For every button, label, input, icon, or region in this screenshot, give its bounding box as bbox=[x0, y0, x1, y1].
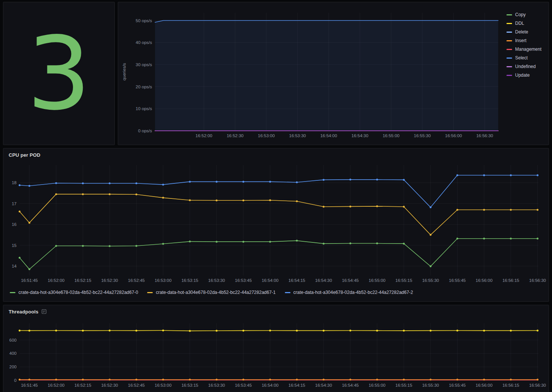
queries-chart[interactable]: 0 ops/s10 ops/s20 ops/s30 ops/s40 ops/s5… bbox=[120, 4, 501, 142]
svg-text:16:54:30: 16:54:30 bbox=[315, 383, 332, 387]
svg-text:16:53:00: 16:53:00 bbox=[258, 133, 275, 138]
svg-text:16:53:00: 16:53:00 bbox=[155, 278, 172, 283]
svg-text:16:55:15: 16:55:15 bbox=[395, 383, 412, 387]
svg-text:16:52:45: 16:52:45 bbox=[128, 383, 145, 387]
svg-text:16:53:45: 16:53:45 bbox=[235, 383, 252, 387]
stat-value: 3 bbox=[27, 23, 91, 124]
legend-series-mark-icon bbox=[506, 58, 512, 59]
svg-text:20 ops/s: 20 ops/s bbox=[136, 85, 152, 89]
svg-text:40 ops/s: 40 ops/s bbox=[136, 40, 152, 45]
svg-text:16:56:00: 16:56:00 bbox=[476, 278, 493, 283]
legend-series-label: Delete bbox=[515, 29, 528, 35]
legend-item[interactable]: Select bbox=[506, 55, 549, 61]
svg-text:16:52:30: 16:52:30 bbox=[101, 383, 118, 387]
legend-series-label: Insert bbox=[515, 38, 526, 43]
legend-item[interactable]: DDL bbox=[506, 21, 549, 26]
queries-panel: 0 ops/s10 ops/s20 ops/s30 ops/s40 ops/s5… bbox=[118, 2, 549, 145]
svg-text:17: 17 bbox=[12, 201, 17, 206]
queries-legend: CopyDDLDeleteInsertManagementSelectUndef… bbox=[501, 4, 549, 142]
svg-text:16:53:30: 16:53:30 bbox=[208, 383, 225, 387]
svg-text:16:56:30: 16:56:30 bbox=[476, 133, 493, 138]
threadpools-chart[interactable]: 020040060016:51:4516:52:0016:52:1516:52:… bbox=[6, 318, 546, 392]
legend-series-label: Update bbox=[515, 73, 530, 78]
svg-text:16:53:00: 16:53:00 bbox=[155, 383, 172, 387]
grafana-dashboard: 3 0 ops/s10 ops/s20 ops/s30 ops/s40 ops/… bbox=[0, 0, 552, 392]
cpu-panel-title[interactable]: CPU per POD bbox=[9, 152, 40, 158]
svg-text:16: 16 bbox=[12, 222, 17, 227]
svg-text:16:56:00: 16:56:00 bbox=[445, 133, 462, 138]
svg-text:16:52:15: 16:52:15 bbox=[75, 278, 91, 283]
svg-text:16:56:15: 16:56:15 bbox=[502, 383, 519, 387]
cpu-legend: crate-data-hot-a304e678-02da-4b52-bc22-4… bbox=[6, 288, 546, 295]
threadpools-panel-title[interactable]: Threadpools bbox=[9, 309, 38, 315]
svg-text:16:54:00: 16:54:00 bbox=[262, 278, 278, 283]
legend-series-label: crate-data-hot-a304e678-02da-4b52-bc22-4… bbox=[293, 290, 413, 295]
svg-text:16:54:45: 16:54:45 bbox=[342, 278, 359, 283]
svg-text:16:52:45: 16:52:45 bbox=[128, 278, 145, 283]
svg-text:16:55:30: 16:55:30 bbox=[422, 278, 439, 283]
legend-item[interactable]: Update bbox=[506, 73, 549, 78]
legend-item[interactable]: Insert bbox=[506, 38, 549, 43]
cpu-chart[interactable]: 141516171816:51:4516:52:0016:52:1516:52:… bbox=[6, 161, 546, 288]
svg-text:16:54:00: 16:54:00 bbox=[320, 133, 337, 138]
legend-series-mark-icon bbox=[506, 23, 512, 24]
svg-text:30 ops/s: 30 ops/s bbox=[136, 62, 152, 67]
svg-text:400: 400 bbox=[9, 351, 17, 356]
svg-text:16:54:15: 16:54:15 bbox=[289, 383, 306, 387]
legend-series-mark-icon bbox=[506, 14, 512, 15]
svg-text:16:56:15: 16:56:15 bbox=[502, 278, 519, 283]
svg-text:10 ops/s: 10 ops/s bbox=[136, 106, 152, 111]
svg-text:queries/s: queries/s bbox=[122, 63, 126, 80]
svg-text:200: 200 bbox=[9, 365, 17, 369]
panel-description-icon[interactable] bbox=[41, 309, 47, 314]
svg-text:0: 0 bbox=[14, 378, 17, 383]
svg-text:16:55:00: 16:55:00 bbox=[369, 278, 386, 283]
svg-text:16:54:00: 16:54:00 bbox=[262, 383, 278, 387]
svg-text:16:53:30: 16:53:30 bbox=[289, 133, 306, 138]
svg-text:16:53:15: 16:53:15 bbox=[181, 383, 198, 387]
legend-series-mark-icon bbox=[506, 75, 512, 76]
svg-text:600: 600 bbox=[9, 338, 17, 342]
svg-text:16:56:00: 16:56:00 bbox=[476, 383, 493, 387]
svg-text:16:56:30: 16:56:30 bbox=[529, 383, 546, 387]
svg-text:16:52:00: 16:52:00 bbox=[48, 278, 65, 283]
legend-series-label: Copy bbox=[515, 12, 526, 17]
legend-series-mark-icon bbox=[10, 292, 15, 293]
legend-item[interactable]: Delete bbox=[506, 29, 549, 35]
svg-text:16:51:45: 16:51:45 bbox=[21, 278, 38, 283]
svg-text:16:52:30: 16:52:30 bbox=[227, 133, 243, 138]
cpu-panel: CPU per POD 141516171816:51:4516:52:0016… bbox=[3, 148, 549, 302]
svg-text:16:52:00: 16:52:00 bbox=[196, 133, 213, 138]
legend-item[interactable]: Undefined bbox=[506, 64, 549, 69]
svg-text:16:54:30: 16:54:30 bbox=[351, 133, 368, 138]
svg-text:16:53:45: 16:53:45 bbox=[235, 278, 252, 283]
svg-text:16:54:45: 16:54:45 bbox=[342, 383, 359, 387]
svg-text:14: 14 bbox=[12, 264, 17, 268]
svg-text:16:52:30: 16:52:30 bbox=[101, 278, 118, 283]
svg-text:15: 15 bbox=[12, 243, 17, 248]
svg-text:16:52:00: 16:52:00 bbox=[48, 383, 65, 387]
legend-series-label: crate-data-hot-a304e678-02da-4b52-bc22-4… bbox=[156, 290, 275, 295]
svg-text:16:55:45: 16:55:45 bbox=[449, 278, 466, 283]
svg-text:16:53:30: 16:53:30 bbox=[208, 278, 225, 283]
stat-panel[interactable]: 3 bbox=[3, 2, 115, 145]
svg-text:16:54:30: 16:54:30 bbox=[315, 278, 332, 283]
cpu-panel-header: CPU per POD bbox=[3, 148, 549, 161]
svg-text:16:55:30: 16:55:30 bbox=[414, 133, 431, 138]
svg-text:16:51:45: 16:51:45 bbox=[21, 383, 38, 387]
svg-text:16:56:30: 16:56:30 bbox=[529, 278, 546, 283]
threadpools-panel: Threadpools 020040060016:51:4516:52:0016… bbox=[3, 305, 549, 392]
svg-text:16:55:00: 16:55:00 bbox=[383, 133, 400, 138]
legend-item[interactable]: crate-data-hot-a304e678-02da-4b52-bc22-4… bbox=[10, 290, 138, 295]
svg-text:16:55:30: 16:55:30 bbox=[422, 383, 439, 387]
legend-series-label: crate-data-hot-a304e678-02da-4b52-bc22-4… bbox=[18, 290, 138, 295]
legend-series-mark-icon bbox=[285, 292, 290, 293]
legend-series-label: Undefined bbox=[515, 64, 536, 69]
legend-series-mark-icon bbox=[506, 66, 512, 67]
legend-item[interactable]: crate-data-hot-a304e678-02da-4b52-bc22-4… bbox=[285, 290, 413, 295]
legend-item[interactable]: Copy bbox=[506, 12, 549, 17]
svg-text:16:54:15: 16:54:15 bbox=[289, 278, 306, 283]
legend-series-mark-icon bbox=[506, 49, 512, 50]
legend-item[interactable]: Management bbox=[506, 47, 549, 52]
legend-item[interactable]: crate-data-hot-a304e678-02da-4b52-bc22-4… bbox=[147, 290, 275, 295]
